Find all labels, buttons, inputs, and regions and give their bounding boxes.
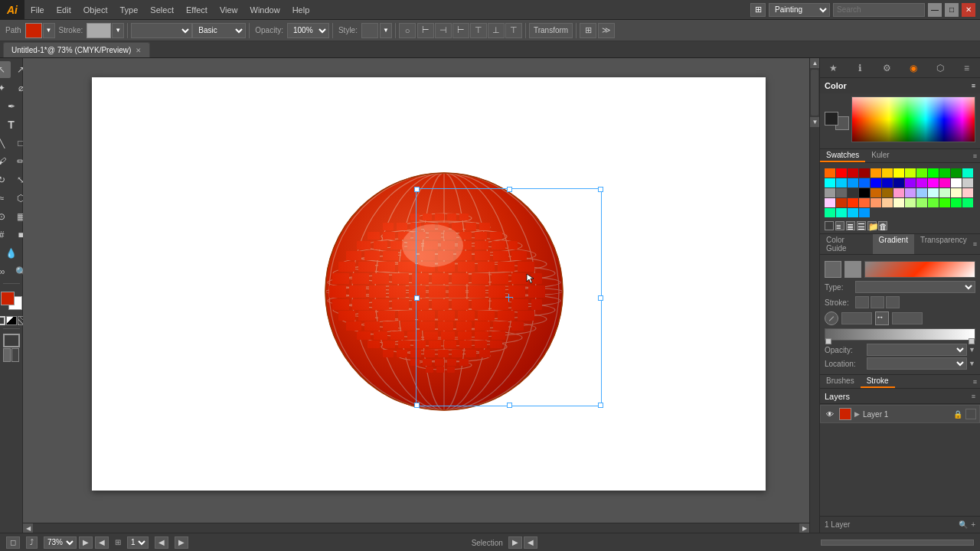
swatch-item[interactable]: [962, 178, 973, 187]
normal-screen-btn[interactable]: [3, 348, 11, 362]
magic-wand-tool[interactable]: ✦: [0, 80, 11, 96]
menu-file[interactable]: File: [24, 0, 51, 19]
brushes-tab[interactable]: Brushes: [820, 375, 861, 388]
status-play-btn[interactable]: ▶: [508, 536, 522, 549]
swatch-item[interactable]: [882, 178, 893, 187]
fill-swatch[interactable]: [25, 23, 42, 38]
swatch-item[interactable]: [893, 178, 904, 187]
panel-color-icon[interactable]: ◉: [904, 60, 923, 77]
selection-tool[interactable]: ↖: [0, 61, 11, 78]
stroke-dropdown[interactable]: ▼: [112, 23, 124, 38]
swatch-item[interactable]: [836, 178, 847, 187]
swatch-item[interactable]: [848, 208, 858, 217]
swatch-item[interactable]: [848, 168, 858, 178]
new-swatch-btn[interactable]: [825, 221, 834, 230]
selection-handle-tr[interactable]: [598, 187, 603, 192]
kuler-tab[interactable]: Kuler: [865, 149, 895, 162]
swatch-item[interactable]: [836, 198, 847, 207]
transparency-tab[interactable]: Transparency: [914, 234, 973, 254]
align-left-icon[interactable]: ⊢: [417, 23, 434, 38]
swatches-tab[interactable]: Swatches: [820, 149, 865, 162]
swatch-item[interactable]: [962, 198, 973, 207]
swatch-item[interactable]: [825, 178, 835, 187]
stroke-btn-3[interactable]: [886, 296, 900, 308]
gradient-tab[interactable]: Gradient: [873, 234, 914, 254]
swatch-item[interactable]: [836, 188, 847, 197]
layer-row-1[interactable]: 👁 ▶ Layer 1 🔒: [820, 405, 980, 423]
swatch-item[interactable]: [928, 168, 939, 178]
stroke-btn-2[interactable]: [871, 296, 884, 308]
menu-object[interactable]: Object: [77, 0, 114, 19]
style-dropdown[interactable]: ▼: [380, 23, 392, 38]
menu-type[interactable]: Type: [114, 0, 145, 19]
gradient-opacity-select[interactable]: [867, 344, 967, 356]
zoom-select[interactable]: 73%: [44, 536, 77, 549]
swatch-item[interactable]: [836, 208, 847, 217]
scroll-thumb-v[interactable]: [811, 70, 818, 116]
swatch-item[interactable]: [848, 178, 858, 187]
warp-tool[interactable]: ≈: [0, 190, 11, 207]
color-fg-box[interactable]: [825, 112, 838, 126]
window-close-button[interactable]: ✕: [962, 3, 975, 17]
change-screen-mode-btn[interactable]: [3, 334, 20, 347]
panel-align-icon[interactable]: ≡: [958, 60, 976, 77]
menu-view[interactable]: View: [214, 0, 244, 19]
brushes-section-menu[interactable]: ≡: [973, 378, 980, 386]
swatch-list-btn[interactable]: ≣: [846, 221, 855, 230]
swatch-item[interactable]: [825, 188, 835, 197]
align-center-h-icon[interactable]: ⊣: [435, 23, 452, 38]
selection-handle-br[interactable]: [598, 403, 603, 408]
swatch-item[interactable]: [939, 188, 950, 197]
swatch-item[interactable]: [951, 198, 962, 207]
swatch-item[interactable]: [905, 198, 916, 207]
layer-target-btn[interactable]: [965, 409, 976, 419]
gradient-section-menu[interactable]: ≡: [973, 240, 980, 248]
type-tool[interactable]: T: [2, 116, 21, 133]
tab-close-button[interactable]: ✕: [136, 47, 142, 54]
layer-expand-icon[interactable]: ▶: [854, 410, 860, 418]
panel-info-icon[interactable]: ℹ: [851, 60, 869, 77]
swatch-item[interactable]: [905, 188, 916, 197]
swatch-item[interactable]: [859, 178, 870, 187]
status-view-btn[interactable]: ◻: [6, 536, 20, 549]
swatch-item[interactable]: [825, 198, 835, 207]
swatch-item[interactable]: [951, 168, 962, 178]
gradient-angle-dial[interactable]: [825, 311, 838, 325]
gradient-scale-input[interactable]: [892, 312, 923, 324]
swatch-item[interactable]: [916, 198, 927, 207]
swatch-item[interactable]: [951, 188, 962, 197]
swatch-folder-btn[interactable]: 📁: [867, 221, 877, 230]
panel-favorites-icon[interactable]: ★: [824, 60, 842, 77]
layers-menu-icon[interactable]: ≡: [972, 393, 975, 400]
gradient-stop-left[interactable]: [825, 338, 831, 344]
align-bottom-icon[interactable]: ⊤: [505, 23, 522, 38]
panel-settings-icon[interactable]: ⚙: [877, 60, 896, 77]
transform-options-icon[interactable]: ⊞: [580, 23, 596, 38]
swatch-item[interactable]: [882, 198, 893, 207]
swatch-item[interactable]: [871, 198, 881, 207]
zoom-in-btn[interactable]: ▶: [79, 536, 93, 549]
swatch-item[interactable]: [825, 208, 835, 217]
vertical-scrollbar[interactable]: ▲ ▼: [809, 58, 819, 533]
symbol-spray-tool[interactable]: ⊙: [0, 208, 11, 225]
swatch-item[interactable]: [859, 168, 870, 178]
page-prev-btn[interactable]: ◀: [155, 536, 168, 549]
menu-help[interactable]: Help: [286, 0, 316, 19]
layers-search-icon[interactable]: 🔍: [959, 520, 968, 529]
basic-select[interactable]: Basic: [192, 23, 246, 38]
toolbar-options-icon[interactable]: ≫: [598, 23, 615, 38]
gradient-color-btn[interactable]: [6, 316, 17, 325]
line-tool[interactable]: ╲: [0, 135, 11, 152]
swatch-item[interactable]: [882, 168, 893, 178]
color-guide-tab[interactable]: Color Guide: [820, 234, 873, 254]
opacity-select[interactable]: 100%: [287, 23, 329, 38]
menu-edit[interactable]: Edit: [51, 0, 77, 19]
swatch-item[interactable]: [939, 168, 950, 178]
layer-lock-icon[interactable]: 🔒: [953, 410, 962, 419]
swatch-options-btn[interactable]: ☰: [857, 221, 866, 230]
zoom-out-btn[interactable]: ◀: [95, 536, 109, 549]
swatch-item[interactable]: [893, 198, 904, 207]
search-input[interactable]: [833, 3, 925, 17]
gradient-stop-2[interactable]: [844, 261, 861, 278]
pen-tool[interactable]: ✒: [2, 98, 21, 115]
